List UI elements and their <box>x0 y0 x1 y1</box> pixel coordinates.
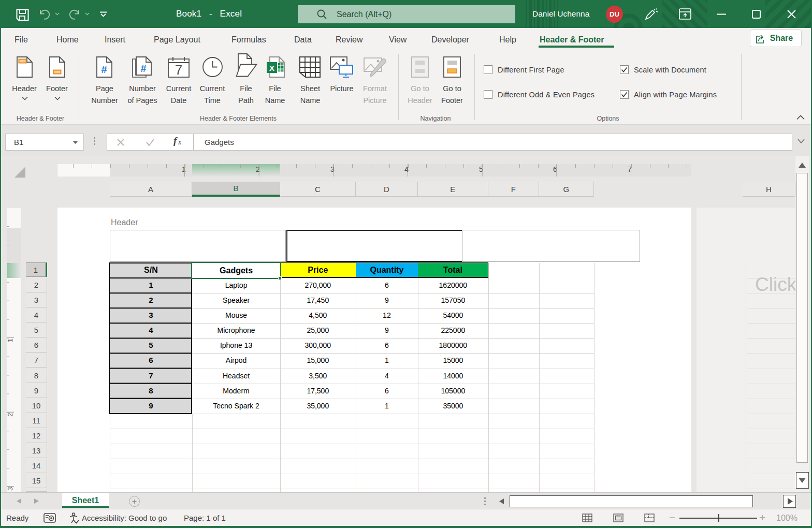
svg-text:X: X <box>269 64 274 72</box>
svg-text:#: # <box>140 63 146 74</box>
svg-text:#: # <box>101 64 107 75</box>
svg-text:7: 7 <box>175 62 182 78</box>
